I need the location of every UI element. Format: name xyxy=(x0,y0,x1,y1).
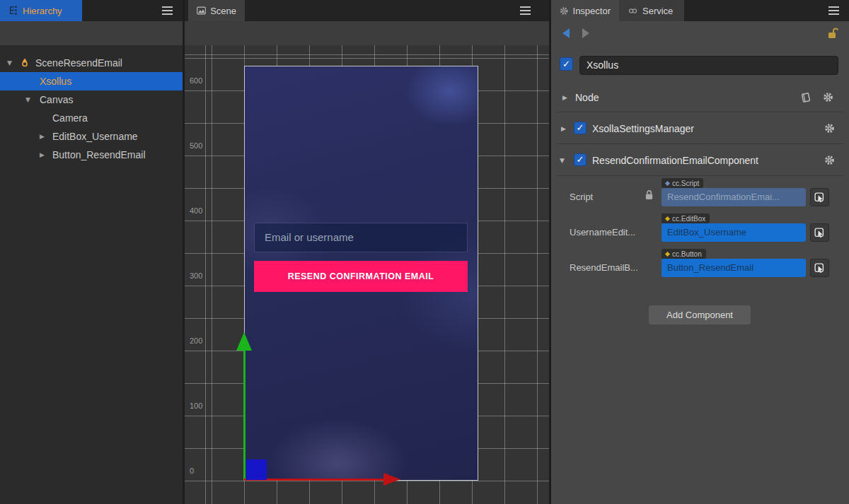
cursor-picker-icon xyxy=(814,192,825,203)
ruler-label-200: 200 xyxy=(190,336,211,346)
ruler-label-0: 0 xyxy=(190,467,211,476)
type-dot-icon xyxy=(665,216,670,221)
lock-open-icon[interactable] xyxy=(827,27,838,40)
gizmo-x-axis-arrowhead[interactable] xyxy=(383,473,400,486)
section-divider xyxy=(557,143,843,144)
tree-row-xsollus-selected[interactable]: Xsollus xyxy=(0,72,183,90)
game-canvas-preview[interactable]: Email or username RESEND CONFIRMATION EM… xyxy=(244,66,478,481)
ruler-label-500: 500 xyxy=(190,141,211,151)
component-enabled-checkbox[interactable]: ✓ xyxy=(574,122,587,134)
tree-label-editbox: EditBox_Username xyxy=(52,131,138,142)
prop-username-value[interactable]: EditBox_Username xyxy=(662,223,806,242)
prop-username-label: UsernameEdit... xyxy=(570,227,646,238)
section-divider xyxy=(557,112,843,112)
scene-tab-icon xyxy=(197,6,206,16)
tree-label-xsollus: Xsollus xyxy=(40,76,71,87)
tab-service[interactable]: Service xyxy=(619,0,684,21)
tab-service-label: Service xyxy=(642,6,673,16)
component-gear-icon[interactable] xyxy=(824,123,835,134)
node-name-field[interactable]: Xsollus xyxy=(579,56,838,75)
type-dot-icon xyxy=(665,180,670,185)
hierarchy-toolbar: + ▾ xyxy=(0,21,183,45)
node-section-header[interactable]: ▶ Node xyxy=(551,88,849,109)
component-resend-email-header[interactable]: ▼ ✓ ResendConfirmationEmailComponent xyxy=(551,151,849,172)
expand-arrow-icon[interactable]: ▶ xyxy=(40,151,45,158)
node-docs-book-icon[interactable] xyxy=(800,92,812,103)
inspector-tab-gear-icon xyxy=(560,6,569,16)
scene-menu-icon[interactable] xyxy=(520,10,531,11)
tree-row-editbox[interactable]: ▶ EditBox_Username xyxy=(0,127,183,146)
type-dot-icon xyxy=(665,251,670,256)
node-active-checkbox[interactable]: ✓ xyxy=(560,57,573,71)
collapse-arrow-icon[interactable]: ▼ xyxy=(560,157,565,164)
node-section-label: Node xyxy=(575,92,599,103)
cursor-picker-icon xyxy=(814,228,825,238)
tab-hierarchy-label: Hierarchy xyxy=(23,6,62,16)
hierarchy-panel: Hierarchy + ▾ ▼ SceneResendEmail Xsollus… xyxy=(0,0,183,504)
inspector-panel: Inspector Service ✓ Xsollus ▶ Node ▶ ✓ X… xyxy=(551,0,849,504)
hierarchy-menu-icon[interactable] xyxy=(162,10,173,11)
section-divider xyxy=(557,175,843,176)
component-enabled-checkbox[interactable]: ✓ xyxy=(574,153,587,166)
history-forward-button[interactable] xyxy=(582,28,589,38)
component1-label: XsollaSettingsManager xyxy=(592,123,694,134)
tab-scene[interactable]: Scene xyxy=(188,0,245,21)
inspector-tabbar: Inspector Service xyxy=(551,0,849,21)
tab-inspector-label: Inspector xyxy=(573,6,611,16)
prop-resend-value[interactable]: Button_ResendEmail xyxy=(662,259,806,277)
component2-label: ResendConfirmationEmailComponent xyxy=(592,155,758,166)
tree-label-canvas: Canvas xyxy=(40,94,73,105)
collapse-arrow-icon[interactable]: ▼ xyxy=(7,59,12,66)
ruler-label-100: 100 xyxy=(190,402,211,411)
scene-toolbar: Default De... ▼ ▾ ▾ xyxy=(185,21,549,45)
add-component-button[interactable]: Add Component xyxy=(649,305,751,324)
scene-panel: Scene Default De... ▼ ▾ ▾ 600 50 xyxy=(185,0,549,504)
prop-resend-label: ResendEmailB... xyxy=(570,262,646,273)
tab-inspector[interactable]: Inspector xyxy=(551,0,619,21)
node-settings-gear-icon[interactable] xyxy=(823,92,833,102)
expand-arrow-icon[interactable]: ▶ xyxy=(40,133,45,140)
inspector-menu-icon[interactable] xyxy=(828,10,839,11)
tree-row-scene[interactable]: ▼ SceneResendEmail xyxy=(0,54,183,72)
ruler-label-300: 300 xyxy=(190,271,211,281)
hierarchy-tabbar: Hierarchy xyxy=(0,0,183,21)
cursor-picker-icon xyxy=(814,263,825,274)
lock-closed-icon xyxy=(645,189,654,200)
tree-row-camera[interactable]: Camera xyxy=(0,109,183,127)
scene-resend-email-button[interactable]: RESEND CONFIRMATION EMAIL xyxy=(254,261,468,292)
prop-script-picker-button[interactable] xyxy=(810,188,829,206)
scene-viewport[interactable]: 600 500 400 300 200 100 0 Email or usern… xyxy=(185,45,549,504)
tab-scene-label: Scene xyxy=(210,6,236,16)
scene-email-editbox[interactable]: Email or username xyxy=(254,223,468,252)
tree-label-camera: Camera xyxy=(52,112,88,124)
ruler-label-600: 600 xyxy=(190,76,211,86)
expand-arrow-icon[interactable]: ▶ xyxy=(562,94,567,101)
tree-row-canvas[interactable]: ▼ Canvas xyxy=(0,90,183,109)
gizmo-y-axis-arrowhead[interactable] xyxy=(236,332,252,351)
service-tab-link-icon xyxy=(628,6,638,16)
prop-script-value[interactable]: ResendConfirmationEmai... xyxy=(662,188,806,206)
prop-resend-picker-button[interactable] xyxy=(810,259,829,277)
gizmo-origin-handle[interactable] xyxy=(246,459,267,480)
scene-tabbar: Scene xyxy=(185,0,549,21)
expand-arrow-icon[interactable]: ▶ xyxy=(561,125,566,132)
scene-asset-icon xyxy=(20,57,30,69)
prop-username-type-badge: cc.EditBox xyxy=(662,213,710,223)
ruler-label-400: 400 xyxy=(190,206,211,216)
cocos-creator-editor: Hierarchy + ▾ ▼ SceneResendEmail Xsollus… xyxy=(0,0,849,504)
component-settings-manager-header[interactable]: ▶ ✓ XsollaSettingsManager xyxy=(551,119,849,140)
tree-row-button[interactable]: ▶ Button_ResendEmail xyxy=(0,146,183,164)
tab-hierarchy[interactable]: Hierarchy xyxy=(0,0,82,21)
tree-label-scene: SceneResendEmail xyxy=(35,57,122,69)
prop-resend-type-badge: cc.Button xyxy=(662,249,706,259)
prop-script-label: Script xyxy=(570,192,646,202)
history-back-button[interactable] xyxy=(562,28,570,38)
prop-username-picker-button[interactable] xyxy=(810,223,829,242)
collapse-arrow-icon[interactable]: ▼ xyxy=(25,96,30,103)
component-gear-icon[interactable] xyxy=(824,155,835,165)
tree-label-button: Button_ResendEmail xyxy=(52,149,146,160)
prop-script-type-badge: cc.Script xyxy=(662,178,703,188)
gizmo-y-axis[interactable] xyxy=(243,351,246,481)
hierarchy-tree: ▼ SceneResendEmail Xsollus ▼ Canvas Came… xyxy=(0,45,183,504)
